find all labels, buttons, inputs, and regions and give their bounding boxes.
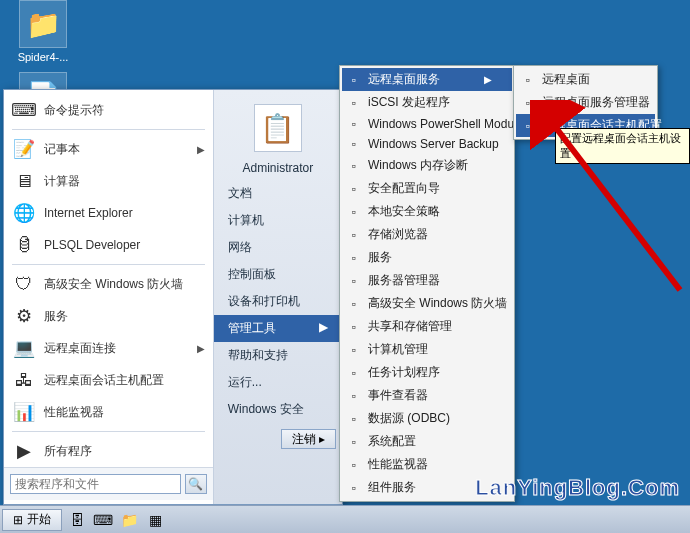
start-menu-item[interactable]: 💻远程桌面连接▶ xyxy=(4,332,213,364)
submenu-label: 高级安全 Windows 防火墙 xyxy=(368,295,507,312)
submenu-item[interactable]: ▫高级安全 Windows 防火墙 xyxy=(342,292,512,315)
all-programs-item[interactable]: ▶ 所有程序 xyxy=(4,435,213,467)
start-menu-item[interactable]: 🌐Internet Explorer xyxy=(4,197,213,229)
submenu-label: Windows PowerShell Modules xyxy=(368,117,529,131)
item-icon: ▫ xyxy=(346,457,362,473)
user-name: Administrator xyxy=(214,156,342,180)
start-menu: ⌨命令提示符📝记事本▶🖥计算器🌐Internet Explorer🛢PLSQL … xyxy=(3,89,343,505)
start-menu-right-item[interactable]: 网络 xyxy=(214,234,342,261)
submenu-label: 远程桌面服务管理器 xyxy=(542,94,650,111)
submenu-label: 性能监视器 xyxy=(368,456,428,473)
menu-label: 远程桌面会话主机配置 xyxy=(44,372,164,389)
item-icon: ▫ xyxy=(346,250,362,266)
menu-label: 高级安全 Windows 防火墙 xyxy=(44,276,183,293)
submenu-item[interactable]: ▫本地安全策略 xyxy=(342,200,512,223)
separator xyxy=(12,264,205,265)
search-button[interactable]: 🔍 xyxy=(185,474,207,494)
item-icon: ▫ xyxy=(346,319,362,335)
start-menu-right-item[interactable]: 文档 xyxy=(214,180,342,207)
submenu-label: 组件服务 xyxy=(368,479,416,496)
start-menu-item[interactable]: ⚙服务 xyxy=(4,300,213,332)
start-menu-right-item[interactable]: 控制面板 xyxy=(214,261,342,288)
submenu-label: 计算机管理 xyxy=(368,341,428,358)
app-icon: 🖥 xyxy=(12,169,36,193)
submenu-item[interactable]: ▫数据源 (ODBC) xyxy=(342,407,512,430)
item-icon: ▫ xyxy=(346,227,362,243)
start-menu-item[interactable]: 📝记事本▶ xyxy=(4,133,213,165)
app-icon: 📝 xyxy=(12,137,36,161)
logout-button[interactable]: 注销 ▸ xyxy=(281,429,336,449)
submenu-item[interactable]: ▫Windows 内存诊断 xyxy=(342,154,512,177)
logout-row: 注销 ▸ xyxy=(214,423,342,455)
start-menu-right-item[interactable]: 帮助和支持 xyxy=(214,342,342,369)
submenu-item[interactable]: ▫系统配置 xyxy=(342,430,512,453)
start-menu-item[interactable]: 📊性能监视器 xyxy=(4,396,213,428)
submenu-item[interactable]: ▫安全配置向导 xyxy=(342,177,512,200)
submenu-item[interactable]: ▫Windows Server Backup xyxy=(342,134,512,154)
submenu-item[interactable]: ▫Windows PowerShell Modules xyxy=(342,114,512,134)
start-label: 开始 xyxy=(27,511,51,528)
app-icon: 💻 xyxy=(12,336,36,360)
start-menu-item[interactable]: 🖥计算器 xyxy=(4,165,213,197)
submenu-item[interactable]: ▫服务器管理器 xyxy=(342,269,512,292)
item-icon: ▫ xyxy=(346,273,362,289)
taskbar: ⊞ 开始 🗄 ⌨ 📁 ▦ xyxy=(0,505,690,533)
submenu-item[interactable]: ▫计算机管理 xyxy=(342,338,512,361)
submenu-label: 服务器管理器 xyxy=(368,272,440,289)
submenu-item[interactable]: ▫事件查看器 xyxy=(342,384,512,407)
submenu-label: iSCSI 发起程序 xyxy=(368,94,450,111)
menu-label: Internet Explorer xyxy=(44,206,133,220)
taskbar-icon-explorer[interactable]: 📁 xyxy=(118,509,140,531)
start-menu-item[interactable]: 🛡高级安全 Windows 防火墙 xyxy=(4,268,213,300)
item-icon: ▫ xyxy=(346,136,362,152)
watermark: LanYingBlog.Com xyxy=(475,475,680,501)
submenu-item[interactable]: ▫服务 xyxy=(342,246,512,269)
submenu-label: 共享和存储管理 xyxy=(368,318,452,335)
desktop-icon-label: Spider4-... xyxy=(18,51,69,63)
item-icon: ▫ xyxy=(346,480,362,496)
taskbar-icon-server-manager[interactable]: 🗄 xyxy=(66,509,88,531)
start-menu-item[interactable]: ⌨命令提示符 xyxy=(4,94,213,126)
submenu-item[interactable]: ▫性能监视器 xyxy=(342,453,512,476)
submenu-arrow-icon: ▶ xyxy=(474,74,492,85)
submenu-item[interactable]: ▫iSCSI 发起程序 xyxy=(342,91,512,114)
item-icon: ▫ xyxy=(346,388,362,404)
item-icon: ▫ xyxy=(346,158,362,174)
submenu-item[interactable]: ▫共享和存储管理 xyxy=(342,315,512,338)
start-menu-item[interactable]: 🛢PLSQL Developer xyxy=(4,229,213,261)
search-row: 🔍 xyxy=(4,467,213,500)
start-menu-right-item[interactable]: 管理工具 ▶ xyxy=(214,315,342,342)
menu-label: 计算器 xyxy=(44,173,80,190)
menu-label: 所有程序 xyxy=(44,443,92,460)
start-menu-item[interactable]: 🖧远程桌面会话主机配置 xyxy=(4,364,213,396)
desktop-icon-spider-1[interactable]: 📁 Spider4-... xyxy=(8,0,78,63)
folder-icon: 📁 xyxy=(19,0,67,48)
app-icon: 🛡 xyxy=(12,272,36,296)
submenu-label: Windows Server Backup xyxy=(368,137,499,151)
submenu-label: 本地安全策略 xyxy=(368,203,440,220)
submenu-item[interactable]: ▫存储浏览器 xyxy=(342,223,512,246)
start-menu-right-panel: 📋 Administrator 文档计算机网络控制面板设备和打印机管理工具 ▶帮… xyxy=(213,90,342,504)
start-button[interactable]: ⊞ 开始 xyxy=(2,509,62,531)
start-menu-right-item[interactable]: 计算机 xyxy=(214,207,342,234)
search-input[interactable] xyxy=(10,474,181,494)
app-icon: 🛢 xyxy=(12,233,36,257)
submenu-item[interactable]: ▫远程桌面 xyxy=(516,68,655,91)
taskbar-icon-app[interactable]: ▦ xyxy=(144,509,166,531)
app-icon: 🖧 xyxy=(12,368,36,392)
submenu-item[interactable]: ▫任务计划程序 xyxy=(342,361,512,384)
item-icon: ▫ xyxy=(346,72,362,88)
start-menu-right-item[interactable]: Windows 安全 xyxy=(214,396,342,423)
start-menu-right-item[interactable]: 设备和打印机 xyxy=(214,288,342,315)
menu-label: PLSQL Developer xyxy=(44,238,140,252)
start-menu-left-panel: ⌨命令提示符📝记事本▶🖥计算器🌐Internet Explorer🛢PLSQL … xyxy=(4,90,213,504)
submenu-item[interactable]: ▫远程桌面服务▶ xyxy=(342,68,512,91)
app-icon: 🌐 xyxy=(12,201,36,225)
submenu-label: 事件查看器 xyxy=(368,387,428,404)
taskbar-icon-cmd[interactable]: ⌨ xyxy=(92,509,114,531)
submenu-item[interactable]: ▫远程桌面服务管理器 xyxy=(516,91,655,114)
item-icon: ▫ xyxy=(346,411,362,427)
start-menu-right-item[interactable]: 运行... xyxy=(214,369,342,396)
submenu-arrow-icon: ▶ xyxy=(197,144,205,155)
item-icon: ▫ xyxy=(520,72,536,88)
